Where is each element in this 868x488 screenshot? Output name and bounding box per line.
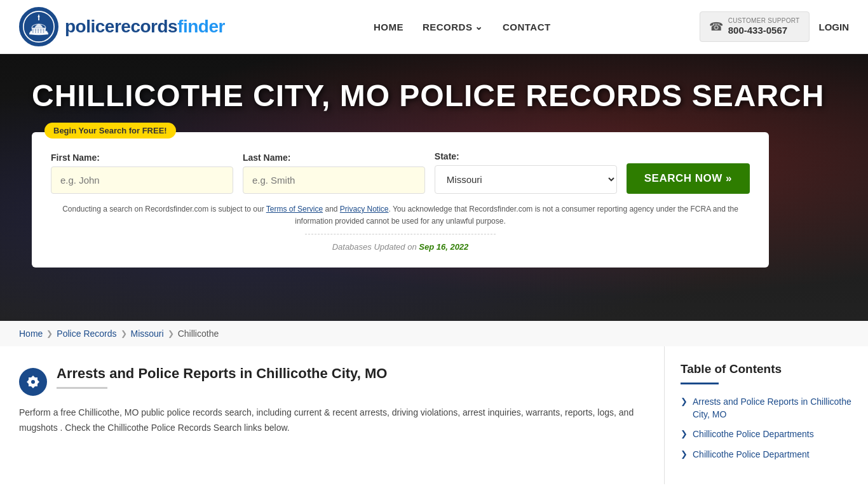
logo[interactable]: policerecordsfinder [19, 7, 225, 46]
toc-list: ❯Arrests and Police Reports in Chillicot… [681, 396, 852, 461]
hero-title: CHILLICOTHE CITY, MO POLICE RECORDS SEAR… [32, 79, 836, 113]
toc-divider [681, 383, 719, 384]
breadcrumb-police-records[interactable]: Police Records [57, 329, 116, 339]
chevron-right-icon: ❯ [681, 396, 688, 406]
login-button[interactable]: LOGIN [819, 22, 850, 32]
article-title: Arrests and Police Reports in Chillicoth… [57, 365, 387, 382]
headphone-icon: ☎ [709, 20, 723, 34]
toc-link[interactable]: Arrests and Police Reports in Chillicoth… [693, 396, 852, 421]
toc-item[interactable]: ❯Chillicothe Police Departments [681, 428, 852, 441]
search-fields: First Name: Last Name: State: AlabamaAla… [51, 151, 750, 194]
last-name-input[interactable] [243, 166, 425, 194]
sidebar: Table of Contents ❯Arrests and Police Re… [665, 346, 868, 484]
breadcrumb-sep-1: ❯ [46, 329, 53, 338]
first-name-input[interactable] [51, 166, 233, 194]
toc-item[interactable]: ❯Chillicothe Police Department [681, 449, 852, 461]
chevron-right-icon: ❯ [681, 429, 688, 438]
state-select[interactable]: AlabamaAlaskaArizonaArkansasCaliforniaCo… [435, 165, 617, 194]
nav-records[interactable]: RECORDS ⌄ [423, 21, 484, 32]
hero-section: CHILLICOTHE CITY, MO POLICE RECORDS SEAR… [0, 54, 868, 321]
nav-contact[interactable]: CONTACT [503, 22, 551, 32]
state-group: State: AlabamaAlaskaArizonaArkansasCalif… [435, 151, 617, 194]
svg-rect-10 [37, 29, 39, 33]
first-name-label: First Name: [51, 152, 233, 163]
article-title-block: Arrests and Police Reports in Chillicoth… [57, 365, 387, 389]
privacy-link[interactable]: Privacy Notice [340, 205, 389, 214]
svg-rect-7 [29, 33, 48, 35]
chevron-right-icon: ❯ [681, 449, 688, 459]
svg-rect-11 [41, 29, 42, 33]
breadcrumb: Home ❯ Police Records ❯ Missouri ❯ Chill… [0, 321, 868, 346]
customer-support-button[interactable]: ☎ CUSTOMER SUPPORT 800-433-0567 [700, 11, 810, 42]
divider [305, 234, 496, 234]
nav-right: ☎ CUSTOMER SUPPORT 800-433-0567 LOGIN [700, 11, 849, 42]
main-content: Arrests and Police Reports in Chillicoth… [0, 346, 868, 484]
header: policerecordsfinder HOME RECORDS ⌄ CONTA… [0, 0, 868, 54]
disclaimer-text: Conducting a search on Recordsfinder.com… [51, 203, 750, 227]
article-title-underline [57, 387, 107, 389]
toc-link[interactable]: Chillicothe Police Department [693, 449, 810, 461]
content-area: Arrests and Police Reports in Chillicoth… [0, 346, 665, 484]
search-box: Begin Your Search for FREE! First Name: … [32, 132, 769, 268]
last-name-label: Last Name: [243, 152, 425, 163]
svg-rect-9 [35, 29, 36, 33]
toc-title: Table of Contents [681, 362, 852, 376]
svg-rect-8 [32, 29, 34, 33]
toc-link[interactable]: Chillicothe Police Departments [693, 428, 814, 441]
chevron-down-icon: ⌄ [475, 21, 484, 32]
search-button[interactable]: SEARCH NOW » [627, 163, 750, 194]
terms-link[interactable]: Terms of Service [266, 205, 323, 214]
breadcrumb-home[interactable]: Home [19, 329, 43, 339]
logo-text: policerecordsfinder [65, 17, 225, 37]
main-nav: HOME RECORDS ⌄ CONTACT [374, 21, 551, 32]
breadcrumb-current: Chillicothe [178, 329, 219, 339]
svg-point-13 [31, 380, 35, 384]
db-update: Databases Updated on Sep 16, 2022 [51, 242, 750, 252]
breadcrumb-state[interactable]: Missouri [131, 329, 164, 339]
last-name-group: Last Name: [243, 152, 425, 194]
nav-home[interactable]: HOME [374, 22, 403, 32]
support-info: CUSTOMER SUPPORT 800-433-0567 [728, 17, 800, 36]
badge-icon [19, 368, 47, 396]
article-header: Arrests and Police Reports in Chillicoth… [19, 365, 645, 396]
first-name-group: First Name: [51, 152, 233, 194]
logo-icon [19, 7, 58, 46]
article-body: Perform a free Chillicothe, MO public po… [19, 405, 645, 436]
hero-content: CHILLICOTHE CITY, MO POLICE RECORDS SEAR… [32, 79, 836, 268]
state-label: State: [435, 151, 617, 161]
toc-item[interactable]: ❯Arrests and Police Reports in Chillicot… [681, 396, 852, 421]
svg-rect-12 [43, 29, 44, 33]
breadcrumb-sep-2: ❯ [121, 329, 127, 338]
free-badge: Begin Your Search for FREE! [44, 123, 176, 139]
breadcrumb-sep-3: ❯ [168, 329, 174, 338]
